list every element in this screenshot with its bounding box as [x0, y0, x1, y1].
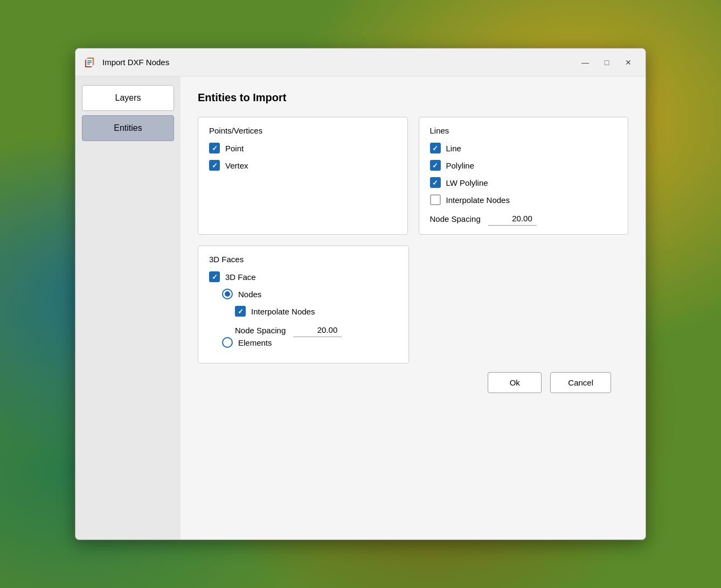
point-row: ✓ Point: [209, 143, 397, 153]
faces-node-spacing-label: Node Spacing: [235, 326, 286, 335]
lw-polyline-checkbox[interactable]: ✓: [430, 177, 441, 188]
elements-radio[interactable]: [222, 337, 233, 348]
lines-node-spacing-input[interactable]: [488, 212, 537, 226]
dialog: Import DXF Nodes — □ ✕ Layers Entities E…: [75, 48, 646, 540]
nodes-radio-inner: [225, 291, 230, 297]
dialog-wrapper: Import DXF Nodes — □ ✕ Layers Entities E…: [75, 48, 646, 540]
elements-radio-row: Elements: [222, 337, 398, 348]
sidebar-item-layers[interactable]: Layers: [82, 85, 174, 111]
line-row: ✓ Line: [430, 143, 618, 153]
lines-interpolate-checkbox[interactable]: [430, 194, 441, 205]
point-checkbox[interactable]: ✓: [209, 143, 220, 153]
polyline-row: ✓ Polyline: [430, 160, 618, 171]
nodes-label: Nodes: [238, 290, 261, 299]
face-3d-checkbox[interactable]: ✓: [209, 271, 220, 282]
face-3d-row: ✓ 3D Face: [209, 271, 398, 282]
lines-node-spacing-row: Node Spacing: [430, 212, 618, 226]
main-content: Entities to Import Points/Vertices ✓ Poi…: [181, 76, 646, 540]
window-title: Import DXF Nodes: [102, 58, 577, 67]
lw-polyline-label: LW Polyline: [446, 178, 488, 187]
point-label: Point: [225, 144, 244, 153]
title-bar: Import DXF Nodes — □ ✕: [75, 48, 646, 76]
nodes-radio-row: Nodes: [222, 289, 398, 299]
faces-3d-options: Nodes ✓ Interpolate Nodes Node Spacing: [209, 289, 398, 348]
polyline-checkbox[interactable]: ✓: [430, 160, 441, 171]
vertex-row: ✓ Vertex: [209, 160, 397, 171]
maximize-button[interactable]: □: [598, 55, 615, 70]
window-controls: — □ ✕: [577, 55, 637, 70]
lines-title: Lines: [430, 126, 618, 135]
line-label: Line: [446, 144, 461, 153]
vertex-label: Vertex: [225, 161, 248, 170]
sidebar: Layers Entities: [75, 76, 181, 540]
faces-3d-box: 3D Faces ✓ 3D Face Nodes: [198, 246, 409, 363]
faces-interpolate-label: Interpolate Nodes: [251, 307, 315, 316]
vertex-checkbox[interactable]: ✓: [209, 160, 220, 171]
face-3d-label: 3D Face: [225, 272, 256, 282]
section-title: Entities to Import: [198, 92, 628, 104]
entities-grid: Points/Vertices ✓ Point ✓ Vertex Lines: [198, 117, 628, 235]
nodes-sub-options: ✓ Interpolate Nodes Node Spacing: [222, 306, 398, 337]
lw-polyline-row: ✓ LW Polyline: [430, 177, 618, 188]
app-icon: [84, 56, 97, 69]
cancel-button[interactable]: Cancel: [550, 372, 611, 393]
line-checkbox[interactable]: ✓: [430, 143, 441, 153]
points-vertices-box: Points/Vertices ✓ Point ✓ Vertex: [198, 117, 408, 235]
nodes-radio[interactable]: [222, 289, 233, 299]
faces-interpolate-checkbox[interactable]: ✓: [235, 306, 246, 317]
minimize-button[interactable]: —: [577, 55, 594, 70]
elements-label: Elements: [238, 338, 272, 347]
lines-interpolate-label: Interpolate Nodes: [446, 195, 510, 205]
faces-node-spacing-row: Node Spacing: [235, 323, 398, 337]
lines-interpolate-row: Interpolate Nodes: [430, 194, 618, 205]
ok-button[interactable]: Ok: [488, 372, 542, 393]
faces-interpolate-row: ✓ Interpolate Nodes: [235, 306, 398, 317]
dialog-body: Layers Entities Entities to Import Point…: [75, 76, 646, 540]
points-vertices-title: Points/Vertices: [209, 126, 397, 135]
faces-3d-title: 3D Faces: [209, 255, 398, 264]
lines-box: Lines ✓ Line ✓ Polyline ✓ LW Polyline: [419, 117, 629, 235]
polyline-label: Polyline: [446, 161, 475, 170]
close-button[interactable]: ✕: [620, 55, 637, 70]
sidebar-item-entities[interactable]: Entities: [82, 115, 174, 141]
dialog-footer: Ok Cancel: [198, 363, 628, 406]
faces-node-spacing-input[interactable]: [293, 323, 342, 337]
lines-node-spacing-label: Node Spacing: [430, 214, 481, 223]
